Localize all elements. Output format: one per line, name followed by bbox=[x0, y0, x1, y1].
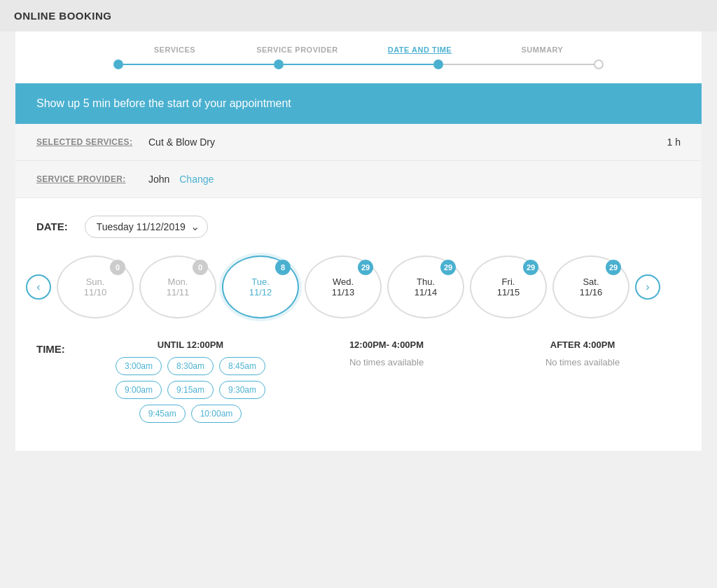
progress-section: SERVICESSERVICE PROVIDERDATE AND TIMESUM… bbox=[15, 31, 702, 83]
service-provider-name: John bbox=[148, 174, 169, 185]
step-line-1 bbox=[284, 64, 434, 65]
date-dropdown-wrapper: Tuesday 11/12/2019 bbox=[85, 216, 208, 238]
change-link[interactable]: Change bbox=[179, 174, 214, 185]
step-dot-0 bbox=[113, 59, 123, 69]
step-label-0: SERVICES bbox=[113, 46, 236, 54]
day-name: Mon. bbox=[168, 276, 188, 287]
day-item-6[interactable]: 29Sat.11/16 bbox=[552, 255, 629, 318]
day-badge: 29 bbox=[606, 260, 621, 275]
day-date: 11/16 bbox=[580, 287, 603, 298]
day-badge: 0 bbox=[110, 260, 125, 275]
time-slot[interactable]: 9:30am bbox=[219, 381, 265, 399]
time-row-wrapper: TIME: UNTIL 12:00PM3:00am8:30am8:45am9:0… bbox=[36, 340, 681, 423]
day-date: 11/10 bbox=[84, 287, 107, 298]
time-column-2: AFTER 4:00PMNo times available bbox=[485, 340, 681, 423]
day-name: Thu. bbox=[417, 276, 435, 287]
selected-services-value: Cut & Blow Dry bbox=[148, 136, 667, 148]
day-badge: 29 bbox=[358, 260, 373, 275]
info-banner: Show up 5 min before the start of your a… bbox=[15, 83, 702, 124]
time-slot[interactable]: 10:00am bbox=[191, 405, 242, 423]
service-provider-row: SERVICE PROVIDER: John Change bbox=[15, 161, 702, 198]
day-badge: 8 bbox=[275, 260, 291, 275]
time-slots: 3:00am8:30am8:45am9:00am9:15am9:30am9:45… bbox=[99, 357, 281, 423]
date-section: DATE: Tuesday 11/12/2019 bbox=[15, 198, 702, 248]
day-item-4[interactable]: 29Thu.11/14 bbox=[387, 255, 464, 318]
step-line-0 bbox=[123, 64, 274, 65]
time-slot[interactable]: 9:45am bbox=[139, 405, 186, 423]
time-column-0: UNTIL 12:00PM3:00am8:30am8:45am9:00am9:1… bbox=[92, 340, 288, 423]
day-name: Sat. bbox=[583, 276, 599, 287]
day-date: 11/15 bbox=[497, 287, 520, 298]
day-item-2[interactable]: 8Tue.11/12 bbox=[222, 255, 299, 318]
calendar-section: ‹ 0Sun.11/100Mon.11/118Tue.11/1229Wed.11… bbox=[15, 248, 702, 332]
date-label: DATE: bbox=[36, 220, 68, 232]
day-name: Sun. bbox=[86, 276, 105, 287]
time-slot[interactable]: 8:45am bbox=[219, 357, 265, 375]
day-badge: 0 bbox=[193, 260, 208, 275]
banner-message: Show up 5 min before the start of your a… bbox=[36, 97, 291, 109]
time-column-header-1: 12:00PM- 4:00PM bbox=[295, 340, 478, 350]
day-item-5[interactable]: 29Fri.11/15 bbox=[470, 255, 547, 318]
day-date: 11/12 bbox=[249, 287, 272, 298]
day-badge: 29 bbox=[440, 260, 456, 275]
selected-services-duration: 1 h bbox=[667, 136, 681, 148]
step-label-2: DATE AND TIME bbox=[358, 46, 481, 54]
time-slot[interactable]: 3:00am bbox=[116, 357, 162, 375]
time-slot[interactable]: 8:30am bbox=[167, 357, 214, 375]
service-provider-label: SERVICE PROVIDER: bbox=[36, 174, 148, 184]
steps-labels: SERVICESSERVICE PROVIDERDATE AND TIMESUM… bbox=[113, 46, 604, 54]
time-column-1: 12:00PM- 4:00PMNo times available bbox=[288, 340, 485, 423]
day-badge: 29 bbox=[523, 260, 538, 275]
step-label-1: SERVICE PROVIDER bbox=[236, 46, 358, 54]
steps-track bbox=[113, 59, 604, 69]
step-dot-3 bbox=[594, 59, 604, 69]
time-section: TIME: UNTIL 12:00PM3:00am8:30am8:45am9:0… bbox=[15, 332, 702, 430]
selected-services-label: SELECTED SERVICES: bbox=[36, 137, 148, 147]
date-dropdown[interactable]: Tuesday 11/12/2019 bbox=[85, 216, 208, 238]
time-slot[interactable]: 9:15am bbox=[167, 381, 214, 399]
time-slot[interactable]: 9:00am bbox=[116, 381, 162, 399]
day-name: Fri. bbox=[502, 276, 515, 287]
prev-arrow[interactable]: ‹ bbox=[26, 274, 51, 300]
day-item-3[interactable]: 29Wed.11/13 bbox=[305, 255, 382, 318]
time-column-header-2: AFTER 4:00PM bbox=[492, 340, 674, 350]
day-name: Wed. bbox=[333, 276, 354, 287]
day-item-1[interactable]: 0Mon.11/11 bbox=[139, 255, 216, 318]
no-times-label: No times available bbox=[492, 357, 674, 368]
selected-services-row: SELECTED SERVICES: Cut & Blow Dry 1 h bbox=[15, 124, 702, 161]
day-date: 11/13 bbox=[332, 287, 355, 298]
page-header: ONLINE BOOKING bbox=[0, 0, 717, 31]
day-item-0[interactable]: 0Sun.11/10 bbox=[57, 255, 134, 318]
day-date: 11/14 bbox=[415, 287, 438, 298]
day-date: 11/11 bbox=[167, 287, 190, 298]
service-provider-value: John Change bbox=[148, 174, 681, 185]
no-times-label: No times available bbox=[295, 357, 478, 368]
day-name: Tue. bbox=[251, 276, 270, 287]
time-label: TIME: bbox=[36, 340, 78, 355]
time-column-header-0: UNTIL 12:00PM bbox=[99, 340, 281, 350]
time-columns: UNTIL 12:00PM3:00am8:30am8:45am9:00am9:1… bbox=[92, 340, 681, 423]
step-line-2 bbox=[443, 64, 594, 65]
step-dot-1 bbox=[274, 59, 284, 69]
main-container: SERVICESSERVICE PROVIDERDATE AND TIMESUM… bbox=[15, 31, 702, 451]
step-dot-2 bbox=[433, 59, 443, 69]
next-arrow[interactable]: › bbox=[635, 274, 660, 300]
step-label-3: SUMMARY bbox=[481, 46, 604, 54]
page-title: ONLINE BOOKING bbox=[14, 10, 112, 22]
